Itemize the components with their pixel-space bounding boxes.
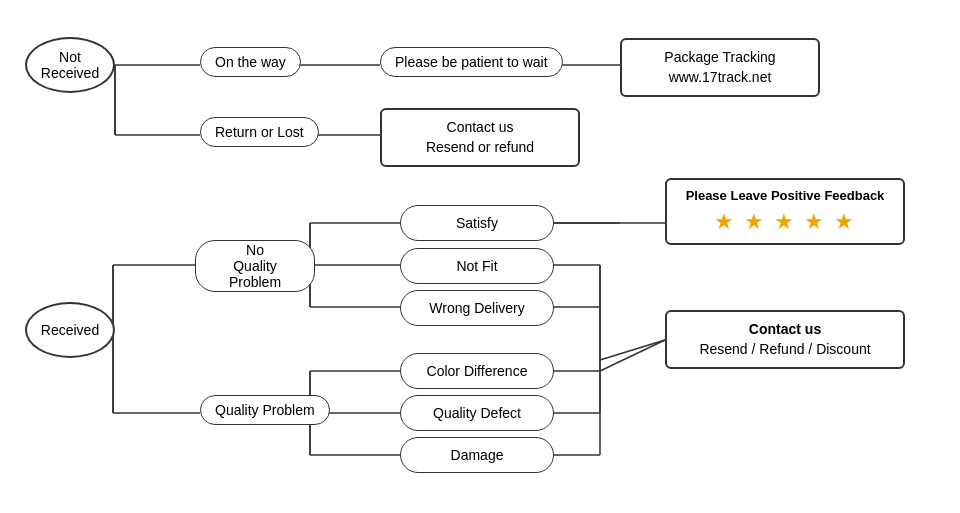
color-difference-node: Color Difference bbox=[400, 353, 554, 389]
no-quality-problem-node: No Quality Problem bbox=[195, 240, 315, 292]
quality-defect-node: Quality Defect bbox=[400, 395, 554, 431]
not-fit-label: Not Fit bbox=[456, 258, 497, 274]
color-difference-label: Color Difference bbox=[427, 363, 528, 379]
quality-problem-label: Quality Problem bbox=[215, 402, 315, 418]
package-tracking-node: Package Tracking www.17track.net bbox=[620, 38, 820, 97]
on-the-way-label: On the way bbox=[215, 54, 286, 70]
satisfy-label: Satisfy bbox=[456, 215, 498, 231]
on-the-way-node: On the way bbox=[200, 47, 301, 77]
return-lost-label: Return or Lost bbox=[215, 124, 304, 140]
contact-us-box: Contact us Resend / Refund / Discount bbox=[665, 310, 905, 369]
patient-label: Please be patient to wait bbox=[395, 54, 548, 70]
damage-label: Damage bbox=[451, 447, 504, 463]
satisfy-node: Satisfy bbox=[400, 205, 554, 241]
not-fit-node: Not Fit bbox=[400, 248, 554, 284]
svg-line-30 bbox=[600, 340, 665, 371]
no-quality-problem-label: No Quality Problem bbox=[210, 242, 300, 290]
quality-problem-node: Quality Problem bbox=[200, 395, 330, 425]
contact-us-label: Contact us bbox=[683, 320, 887, 340]
wrong-delivery-node: Wrong Delivery bbox=[400, 290, 554, 326]
resend-refund-discount-label: Resend / Refund / Discount bbox=[683, 340, 887, 360]
svg-line-35 bbox=[600, 340, 665, 360]
return-lost-node: Return or Lost bbox=[200, 117, 319, 147]
wrong-delivery-label: Wrong Delivery bbox=[429, 300, 524, 316]
quality-defect-label: Quality Defect bbox=[433, 405, 521, 421]
received-node: Received bbox=[25, 302, 115, 358]
contact-resend-refund-node: Contact us Resend or refund bbox=[380, 108, 580, 167]
stars: ★ ★ ★ ★ ★ bbox=[681, 209, 889, 235]
not-received-node: Not Received bbox=[25, 37, 115, 93]
positive-feedback-title: Please Leave Positive Feedback bbox=[681, 188, 889, 203]
positive-feedback-box: Please Leave Positive Feedback ★ ★ ★ ★ ★ bbox=[665, 178, 905, 245]
package-tracking-label: Package Tracking www.17track.net bbox=[664, 48, 775, 87]
damage-node: Damage bbox=[400, 437, 554, 473]
received-label: Received bbox=[41, 322, 99, 338]
not-received-label: Not Received bbox=[41, 49, 99, 81]
patient-node: Please be patient to wait bbox=[380, 47, 563, 77]
contact-resend-refund-label: Contact us Resend or refund bbox=[426, 118, 534, 157]
